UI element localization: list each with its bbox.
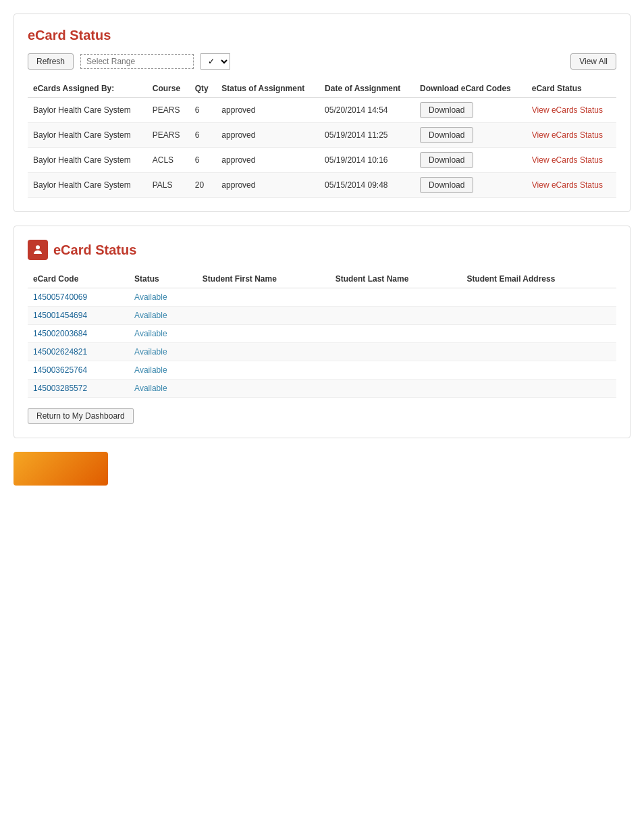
col-ecard-code: eCard Code	[28, 270, 129, 288]
cell-download[interactable]: Download	[414, 173, 527, 198]
view-ecards-link[interactable]: View eCards Status	[532, 105, 603, 115]
cell-status: approved	[216, 123, 319, 148]
cell-student-first	[197, 361, 330, 380]
col-first-name: Student First Name	[197, 270, 330, 288]
cell-assigned-by: Baylor Health Care System	[28, 173, 147, 198]
cell-view-status[interactable]: View eCards Status	[527, 123, 616, 148]
cell-download[interactable]: Download	[414, 98, 527, 123]
person-icon	[28, 240, 48, 260]
col-status: Status of Assignment	[216, 80, 319, 98]
cell-availability: Available	[129, 307, 197, 325]
cell-student-email	[461, 380, 616, 398]
cell-student-email	[461, 361, 616, 380]
ecard-table-row: 145001454694 Available	[28, 307, 616, 325]
cell-qty: 6	[190, 148, 217, 173]
table-row: Baylor Health Care System ACLS 6 approve…	[28, 148, 616, 173]
cell-ecard-code[interactable]: 145003285572	[28, 380, 129, 398]
cell-student-email	[461, 307, 616, 325]
cell-ecard-code[interactable]: 145002003684	[28, 325, 129, 343]
cell-student-last	[330, 288, 462, 307]
cell-student-first	[197, 288, 330, 307]
col-course: Course	[147, 80, 190, 98]
cell-student-first	[197, 380, 330, 398]
table-row: Baylor Health Care System PEARS 6 approv…	[28, 98, 616, 123]
refresh-button[interactable]: Refresh	[28, 53, 74, 70]
bottom-toolbar: Return to My Dashboard	[28, 408, 616, 424]
download-button[interactable]: Download	[420, 102, 473, 118]
col-email: Student Email Address	[461, 270, 616, 288]
return-dashboard-button[interactable]: Return to My Dashboard	[28, 408, 134, 424]
cell-status: approved	[216, 148, 319, 173]
section2-header: eCard Status	[28, 240, 616, 260]
ecard-table-row: 145003285572 Available	[28, 380, 616, 398]
select-range-input[interactable]	[80, 54, 194, 69]
cell-assigned-by: Baylor Health Care System	[28, 123, 147, 148]
cell-ecard-code[interactable]: 145002624821	[28, 343, 129, 361]
ecard-code-link[interactable]: 145003625764	[33, 365, 87, 375]
cell-student-last	[330, 307, 462, 325]
section1-title: eCard Status	[28, 28, 616, 43]
download-button[interactable]: Download	[420, 177, 473, 193]
col-assigned-by: eCards Assigned By:	[28, 80, 147, 98]
logo-placeholder	[14, 452, 108, 486]
cell-availability: Available	[129, 361, 197, 380]
ecard-code-link[interactable]: 145001454694	[33, 311, 87, 320]
download-button[interactable]: Download	[420, 152, 473, 168]
view-all-button[interactable]: View All	[570, 53, 616, 70]
ecard-table: eCard Code Status Student First Name Stu…	[28, 270, 616, 398]
ecard-table-row: 145002624821 Available	[28, 343, 616, 361]
section1-ecard-status: eCard Status Refresh ✓ View All eCards A…	[14, 14, 630, 212]
ecard-table-row: 145005740069 Available	[28, 288, 616, 307]
cell-view-status[interactable]: View eCards Status	[527, 148, 616, 173]
section2-title: eCard Status	[53, 242, 136, 258]
cell-student-email	[461, 288, 616, 307]
cell-student-email	[461, 325, 616, 343]
ecard-code-link[interactable]: 145003285572	[33, 384, 87, 393]
cell-date: 05/15/2014 09:48	[319, 173, 414, 198]
cell-availability: Available	[129, 288, 197, 307]
section2-ecard-status: eCard Status eCard Code Status Student F…	[14, 226, 630, 438]
cell-availability: Available	[129, 325, 197, 343]
col-qty: Qty	[190, 80, 217, 98]
main-table: eCards Assigned By: Course Qty Status of…	[28, 80, 616, 198]
cell-student-last	[330, 343, 462, 361]
col-last-name: Student Last Name	[330, 270, 462, 288]
cell-ecard-code[interactable]: 145005740069	[28, 288, 129, 307]
ecard-code-link[interactable]: 145005740069	[33, 292, 87, 302]
cell-availability: Available	[129, 343, 197, 361]
cell-student-last	[330, 380, 462, 398]
cell-student-first	[197, 307, 330, 325]
cell-date: 05/19/2014 10:16	[319, 148, 414, 173]
cell-assigned-by: Baylor Health Care System	[28, 98, 147, 123]
cell-ecard-code[interactable]: 145003625764	[28, 361, 129, 380]
cell-qty: 6	[190, 123, 217, 148]
cell-course: PEARS	[147, 123, 190, 148]
svg-point-0	[36, 245, 40, 249]
cell-qty: 6	[190, 98, 217, 123]
download-button[interactable]: Download	[420, 127, 473, 143]
cell-status: approved	[216, 173, 319, 198]
ecard-code-link[interactable]: 145002003684	[33, 329, 87, 338]
cell-course: PALS	[147, 173, 190, 198]
view-ecards-link[interactable]: View eCards Status	[532, 130, 603, 140]
cell-view-status[interactable]: View eCards Status	[527, 98, 616, 123]
cell-student-last	[330, 325, 462, 343]
cell-date: 05/19/2014 11:25	[319, 123, 414, 148]
cell-student-first	[197, 343, 330, 361]
cell-ecard-code[interactable]: 145001454694	[28, 307, 129, 325]
select-range-dropdown[interactable]: ✓	[200, 53, 230, 70]
cell-qty: 20	[190, 173, 217, 198]
cell-download[interactable]: Download	[414, 148, 527, 173]
ecard-code-link[interactable]: 145002624821	[33, 347, 87, 357]
col-availability-status: Status	[129, 270, 197, 288]
cell-view-status[interactable]: View eCards Status	[527, 173, 616, 198]
view-ecards-link[interactable]: View eCards Status	[532, 180, 603, 190]
table-row: Baylor Health Care System PEARS 6 approv…	[28, 123, 616, 148]
cell-course: PEARS	[147, 98, 190, 123]
cell-download[interactable]: Download	[414, 123, 527, 148]
view-ecards-link[interactable]: View eCards Status	[532, 155, 603, 165]
col-date: Date of Assignment	[319, 80, 414, 98]
cell-date: 05/20/2014 14:54	[319, 98, 414, 123]
table-row: Baylor Health Care System PALS 20 approv…	[28, 173, 616, 198]
toolbar: Refresh ✓ View All	[28, 53, 616, 70]
